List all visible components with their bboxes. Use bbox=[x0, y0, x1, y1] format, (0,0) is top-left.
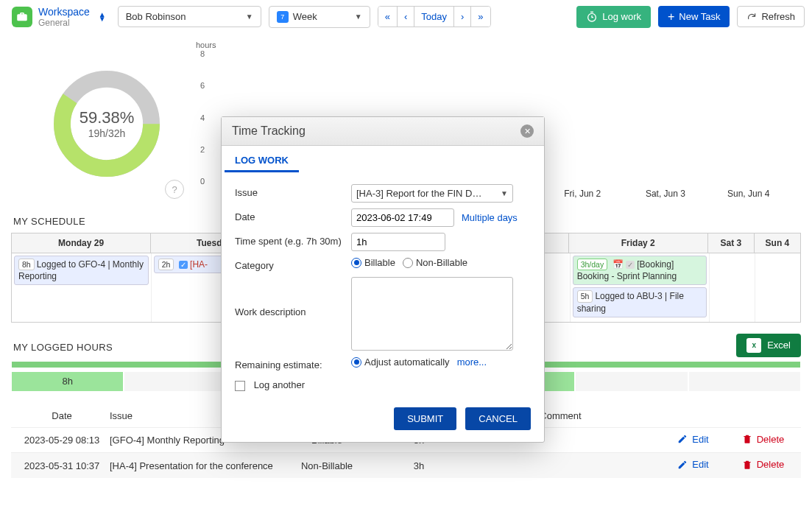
schedule-day-header: Monday 29 bbox=[12, 233, 151, 253]
cell-issue: [HA-4] Presentation for the conference bbox=[110, 460, 279, 471]
time-spent-input[interactable] bbox=[351, 233, 445, 251]
user-select[interactable]: Bob Robinson▼ bbox=[118, 6, 261, 27]
workspace-selector[interactable]: Workspace General ▲▼ bbox=[7, 4, 110, 29]
bar-col bbox=[707, 49, 790, 186]
period-select[interactable]: 7Week ▼ bbox=[269, 6, 370, 28]
nav-next-button[interactable]: › bbox=[454, 7, 471, 27]
radio-adjust-auto[interactable]: Adjust automatically bbox=[351, 356, 450, 368]
help-icon[interactable]: ? bbox=[165, 180, 184, 199]
issue-select[interactable]: [HA-3] Report for the FIN D…▼ bbox=[351, 184, 513, 203]
donut-percent: 59.38% bbox=[80, 108, 135, 127]
tab-log-work[interactable]: LOG WORK bbox=[225, 146, 299, 172]
workspace-text: Workspace General bbox=[38, 6, 90, 28]
trash-icon bbox=[742, 460, 752, 470]
schedule-day-header: Sat 3 bbox=[708, 233, 755, 253]
date-nav: « ‹ Today › » bbox=[378, 6, 491, 27]
x-tick: Sun, Jun 4 bbox=[707, 189, 790, 206]
stopwatch-icon bbox=[586, 11, 598, 23]
log-another-checkbox[interactable] bbox=[235, 381, 245, 391]
delete-link[interactable]: Delete bbox=[742, 434, 785, 445]
donut-subtitle: 19h/32h bbox=[80, 127, 135, 139]
bar-col bbox=[541, 49, 624, 186]
calendar-icon: 7 bbox=[277, 11, 289, 23]
dialog-title: Time Tracking bbox=[232, 124, 306, 138]
radio-billable[interactable]: Billable bbox=[351, 257, 395, 268]
nav-first-button[interactable]: « bbox=[378, 7, 398, 27]
multiple-days-link[interactable]: Multiple days bbox=[462, 212, 518, 223]
checkbox-icon: ✓ bbox=[179, 261, 188, 269]
more-link[interactable]: more... bbox=[457, 356, 487, 368]
label-remaining: Remaining estimate: bbox=[235, 356, 351, 370]
cell-category: Non-Billable bbox=[279, 460, 375, 471]
schedule-event[interactable]: 3h/day 📅 ✓ [Booking] Booking - Sprint Pl… bbox=[573, 256, 707, 285]
cell-date: 2023-05-31 10:37 bbox=[14, 460, 110, 471]
edit-link[interactable]: Edit bbox=[677, 459, 708, 470]
schedule-col-sun bbox=[755, 253, 800, 322]
work-description-textarea[interactable] bbox=[351, 277, 513, 351]
export-excel-button[interactable]: x Excel bbox=[736, 334, 801, 357]
time-tracking-dialog: Time Tracking ✕ LOG WORK Issue [HA-3] Re… bbox=[221, 116, 545, 443]
nav-today-button[interactable]: Today bbox=[414, 7, 454, 27]
schedule-col-sat bbox=[710, 253, 755, 322]
submit-button[interactable]: SUBMIT bbox=[394, 407, 456, 430]
log-work-button[interactable]: Log work bbox=[576, 6, 651, 28]
refresh-icon bbox=[746, 12, 757, 22]
nav-prev-button[interactable]: ‹ bbox=[398, 7, 414, 27]
schedule-event[interactable]: 5hLogged to ABU-3 | File sharing bbox=[573, 287, 707, 317]
new-task-button[interactable]: + New Task bbox=[658, 6, 730, 27]
logged-hours-cell bbox=[689, 372, 800, 391]
cell-date: 2023-05-29 08:13 bbox=[14, 435, 110, 446]
cancel-button[interactable]: CANCEL bbox=[465, 407, 531, 430]
progress-donut: 59.38% 19h/32h ? bbox=[22, 41, 191, 206]
logged-hours-cell: 8h bbox=[12, 372, 123, 391]
schedule-day-header: Sun 4 bbox=[755, 233, 800, 253]
logged-hours-cell bbox=[124, 372, 236, 391]
bar-col bbox=[624, 49, 707, 186]
calendar-dot-icon: 📅 bbox=[612, 259, 624, 270]
close-icon[interactable]: ✕ bbox=[520, 124, 534, 138]
up-down-icon: ▲▼ bbox=[99, 13, 106, 21]
date-input[interactable] bbox=[351, 208, 454, 227]
delete-link[interactable]: Delete bbox=[742, 459, 785, 470]
refresh-button[interactable]: Refresh bbox=[737, 6, 805, 27]
schedule-col-fri: 3h/day 📅 ✓ [Booking] Booking - Sprint Pl… bbox=[571, 253, 710, 322]
excel-icon: x bbox=[746, 338, 761, 353]
x-tick: Sat, Jun 3 bbox=[624, 189, 707, 206]
pencil-icon bbox=[677, 460, 688, 470]
label-time-spent: Time spent (e.g. 7h 30m) bbox=[235, 233, 351, 247]
nav-last-button[interactable]: » bbox=[471, 7, 490, 27]
schedule-event[interactable]: 8hLogged to GFO-4 | Monthly Reporting bbox=[14, 256, 149, 285]
label-log-another: Log another bbox=[254, 379, 305, 390]
top-toolbar: Workspace General ▲▼ Bob Robinson▼ 7Week… bbox=[0, 0, 812, 33]
label-date: Date bbox=[235, 208, 351, 222]
trash-icon bbox=[742, 434, 752, 444]
briefcase-icon bbox=[12, 7, 32, 27]
label-work-description: Work description bbox=[235, 277, 351, 317]
y-axis-label: hours bbox=[196, 41, 216, 49]
check-grey-icon: ✓ bbox=[626, 261, 635, 269]
cell-time-spent: 3h bbox=[375, 460, 463, 471]
col-date: Date bbox=[14, 410, 110, 421]
edit-link[interactable]: Edit bbox=[677, 434, 708, 445]
logged-hours-cell bbox=[576, 372, 687, 391]
label-issue: Issue bbox=[235, 184, 351, 198]
x-tick: Fri, Jun 2 bbox=[541, 189, 624, 206]
radio-non-billable[interactable]: Non-Billable bbox=[403, 257, 467, 268]
label-category: Category bbox=[235, 257, 351, 271]
pencil-icon bbox=[677, 434, 688, 444]
schedule-col-mon: 8hLogged to GFO-4 | Monthly Reporting bbox=[12, 253, 152, 322]
schedule-day-header: Friday 2 bbox=[569, 233, 708, 253]
table-row: 2023-05-31 10:37[HA-4] Presentation for … bbox=[11, 452, 801, 478]
plus-icon: + bbox=[668, 13, 674, 21]
